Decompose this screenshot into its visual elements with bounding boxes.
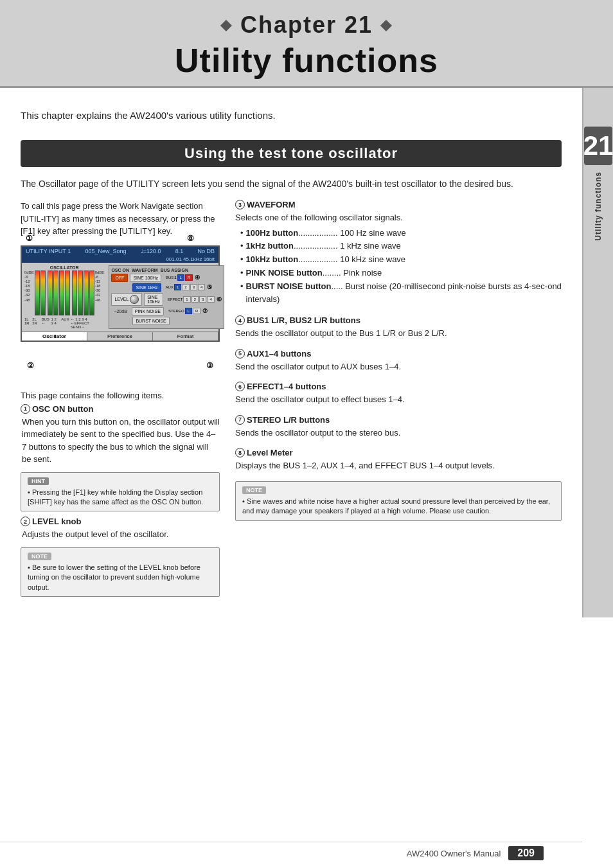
level-knob[interactable] <box>130 295 139 304</box>
aux-1-button[interactable]: 1 <box>174 284 181 290</box>
bus-num-1: 1 <box>174 276 176 279</box>
screen-utility-label: UTILITY INPUT 1 <box>26 248 71 254</box>
bullet-10khz-dots: ................. <box>298 254 337 264</box>
tab-oscillator[interactable]: Oscillator <box>22 332 87 341</box>
bullet-burst-dots: ..... <box>331 281 342 291</box>
osc-off-button[interactable]: OFF <box>111 274 128 282</box>
annotation-4-label: ④ <box>195 274 200 281</box>
annotation-7-label: ⑦ <box>202 308 208 314</box>
bullet-1khz-key: 1kHz button <box>246 241 294 251</box>
meter-bars: 0dBE-6-12-18-30-42-48 <box>24 270 104 315</box>
screen-meters: OSCILLATOR 0dBE-6-12-18-30-42-48 <box>24 265 104 329</box>
item-7-heading: 7 STEREO L/R buttons <box>235 415 562 425</box>
content-body: This chapter explains the AW2400's vario… <box>0 88 582 617</box>
annotation-1: ① <box>26 234 33 243</box>
item-3-num: 3 <box>235 200 245 209</box>
screen-db: No DB <box>197 248 215 254</box>
sine-10khz-button[interactable]: SINE 10kHz <box>144 293 163 306</box>
effect-group: EFFECT 1 2 3 4 ⑥ <box>168 296 222 303</box>
label-aux: AUX <box>61 317 69 329</box>
call-page-text: To call this page press the Work Navigat… <box>21 200 220 238</box>
note-label-level: NOTE <box>28 553 51 560</box>
left-column: To call this page press the Work Navigat… <box>21 200 220 602</box>
item-8-body: Displays the BUS 1–2, AUX 1–4, and EFFEC… <box>235 459 562 472</box>
effect-3-button[interactable]: 3 <box>199 296 206 303</box>
meter-bar-10 <box>89 270 94 315</box>
item-6-num: 6 <box>235 382 245 391</box>
note-text-sine: • Sine waves and white noise have a high… <box>242 497 555 517</box>
screen-tempo: ♩=120.0 <box>141 248 161 254</box>
bullet-burst: BURST NOISE button..... Burst noise (20-… <box>240 280 562 307</box>
sidebar-chapter-text: Utility functions <box>594 172 603 241</box>
osc-row-3: LEVEL SINE 10kHz EFFECT 1 2 3 <box>111 293 221 306</box>
screen-mockup-container: ① ⑧ UTILITY INPUT 1 005_New_Song ♩=120.0… <box>21 245 220 370</box>
meter-db-labels-right: 0dBE-6-12-18-30-42-48 <box>95 270 105 303</box>
bus-r-button[interactable]: R <box>185 274 193 281</box>
meter-bar-1 <box>35 270 40 315</box>
hint-label: HINT <box>28 477 49 485</box>
osc-row-4: −20dB PINK NOISE STEREO L R ⑦ <box>111 307 221 315</box>
bullet-burst-key: BURST NOISE button <box>246 281 332 291</box>
two-column-layout: To call this page press the Work Navigat… <box>21 200 562 602</box>
item-7-num: 7 <box>235 415 245 425</box>
item-effect: 6 EFFECT1–4 buttons Send the oscillator … <box>235 382 562 406</box>
item-6-heading: 6 EFFECT1–4 buttons <box>235 382 562 391</box>
item-level-meter: 8 Level Meter Displays the BUS 1–2, AUX … <box>235 448 562 472</box>
item-5-label: AUX1–4 buttons <box>247 349 311 359</box>
item-4-heading: 4 BUS1 L/R, BUS2 L/R buttons <box>235 315 562 325</box>
tab-format[interactable]: Format <box>153 332 218 341</box>
item-4-num: 4 <box>235 315 245 325</box>
meter-bars-group3 <box>72 270 94 315</box>
sine-100hz-button[interactable]: SINE 100Hz <box>130 274 161 282</box>
meter-bar-9 <box>84 270 89 315</box>
aux-3-button[interactable]: 3 <box>190 284 197 290</box>
osc-on-label: OSC ON <box>111 268 129 272</box>
waveform-bullet-list: 100Hz button................. 100 Hz sin… <box>240 227 562 307</box>
stereo-l-button[interactable]: L <box>185 308 192 314</box>
effect-4-button[interactable]: 4 <box>207 296 214 303</box>
label-effect-send: ← 1 2 3 4 ←EFFECT SEND→ <box>71 317 105 329</box>
item-level: 2 LEVEL knob Adjusts the output level of… <box>21 517 220 541</box>
meter-bar-4 <box>53 270 58 315</box>
effect-1-button[interactable]: 1 <box>183 296 190 303</box>
annotation-8: ⑧ <box>187 234 194 243</box>
aux-4-button[interactable]: 4 <box>198 284 205 290</box>
hint-text: • Pressing the [F1] key while holding th… <box>28 488 213 508</box>
item-4-label: BUS1 L/R, BUS2 L/R buttons <box>247 315 360 325</box>
aux-2-button[interactable]: 2 <box>182 284 189 290</box>
sine-1khz-button[interactable]: SINE 1kHz <box>132 283 161 292</box>
screen-annotations-bottom: ② ③ <box>21 361 220 370</box>
pink-noise-button[interactable]: PINK NOISE <box>132 307 164 315</box>
note-box-sine: NOTE • Sine waves and white noise have a… <box>235 481 562 521</box>
bus-aux-labels: 1L 1R 2L 2R BUS ← 1 2 3 4 AUX ← 1 2 3 4 … <box>24 317 104 329</box>
bullet-100hz: 100Hz button................. 100 Hz sin… <box>240 227 562 240</box>
stereo-group: STEREO L R ⑦ <box>168 308 208 314</box>
bullet-pink-desc: Pink noise <box>343 268 382 278</box>
item-3-body: Selects one of the following oscillator … <box>235 211 562 224</box>
item-2-num: 2 <box>21 517 30 526</box>
effect-2-button[interactable]: 2 <box>191 296 199 303</box>
bus-l-button[interactable]: L <box>177 274 184 281</box>
burst-noise-button[interactable]: BURST NOISE <box>132 317 169 325</box>
ctrl-header-row: OSC ON WAVEFORM BUS ASSIGN <box>111 268 221 272</box>
item-waveform: 3 WAVEFORM Selects one of the following … <box>235 200 562 306</box>
item-2-heading: 2 LEVEL knob <box>21 517 220 526</box>
chapter-title: ◆ Chapter 21 ◆ <box>0 12 613 39</box>
item-7-body: Sends the oscillator output to the stere… <box>235 427 562 439</box>
intro-text: This chapter explains the AW2400's vario… <box>21 110 562 121</box>
label-1l1r: 1L 1R <box>24 317 31 329</box>
chapter-label: Chapter 21 <box>240 12 373 39</box>
level-control[interactable]: LEVEL <box>111 293 142 306</box>
bullet-10khz-key: 10kHz button <box>246 254 299 264</box>
item-5-num: 5 <box>235 349 245 359</box>
tab-preference[interactable]: Preference <box>87 332 153 341</box>
item-2-label: LEVEL knob <box>32 517 81 526</box>
item-5-body: Send the oscillator output to AUX buses … <box>235 360 562 373</box>
stereo-r-button[interactable]: R <box>193 308 200 314</box>
bullet-pink-dots: ........ <box>323 268 341 278</box>
hint-box: HINT • Pressing the [F1] key while holdi… <box>21 472 220 512</box>
page-title: Utility functions <box>0 41 613 80</box>
aux-label: AUX <box>166 285 173 289</box>
footer: AW2400 Owner's Manual 209 <box>0 842 582 860</box>
page-header: ◆ Chapter 21 ◆ Utility functions <box>0 0 613 88</box>
